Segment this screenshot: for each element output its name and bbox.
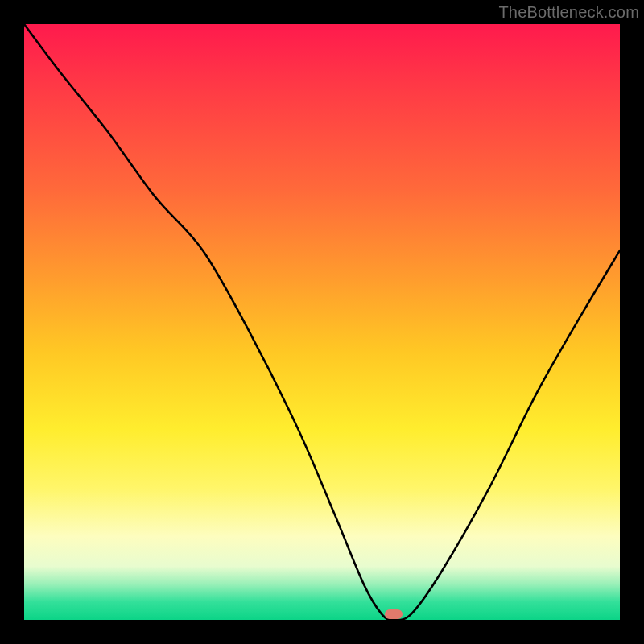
bottleneck-curve — [24, 24, 620, 620]
attribution-text: TheBottleneck.com — [498, 3, 639, 22]
plot-area — [24, 24, 620, 620]
chart-frame: TheBottleneck.com — [0, 0, 644, 644]
optimum-marker — [385, 609, 402, 619]
